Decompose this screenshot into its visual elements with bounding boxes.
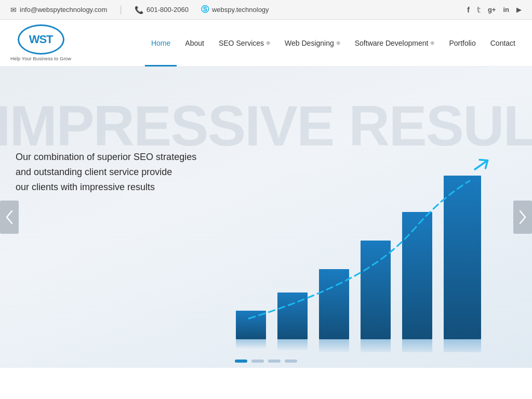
facebook-icon[interactable]: f <box>467 5 470 14</box>
dot-1[interactable] <box>235 360 247 363</box>
phone-number[interactable]: 601-800-2060 <box>147 6 189 14</box>
bar-chart <box>220 144 522 352</box>
email-icon: ✉ <box>10 6 17 14</box>
hero-line1: Our combination of superior SEO strategi… <box>16 150 196 165</box>
nav-about[interactable]: About <box>179 20 210 66</box>
email-address[interactable]: info@webspytechnology.com <box>20 6 107 14</box>
seo-dropdown-arrow: ⊕ <box>266 40 270 46</box>
logo-text: WST <box>29 33 53 46</box>
google-plus-icon[interactable]: g+ <box>488 6 496 14</box>
logo[interactable]: WST Help Your Business to Grow <box>10 24 71 61</box>
svg-rect-4 <box>319 269 349 339</box>
slider-prev-button[interactable] <box>0 201 19 234</box>
email-contact: ✉ info@webspytechnology.com <box>10 6 107 14</box>
svg-rect-11 <box>444 339 481 352</box>
hero-line3: our clients with impressive results <box>16 180 196 195</box>
dot-2[interactable] <box>251 360 264 363</box>
dot-4[interactable] <box>285 360 297 363</box>
nav-home[interactable]: Home <box>145 20 177 66</box>
skype-icon: Ⓢ <box>201 5 209 15</box>
social-links: f 𝕥 g+ in ▶ <box>467 5 522 15</box>
skype-address[interactable]: webspy.technology <box>212 6 269 14</box>
linkedin-icon[interactable]: in <box>503 6 509 14</box>
web-dropdown-arrow: ⊕ <box>336 40 340 46</box>
phone-contact: 📞 601-800-2060 <box>135 6 189 14</box>
dot-3[interactable] <box>268 360 281 363</box>
software-dropdown-arrow: ⊕ <box>430 40 434 46</box>
slider-dots <box>235 360 297 363</box>
nav-seo-services[interactable]: SEO Services⊕ <box>212 20 276 66</box>
phone-icon: 📞 <box>135 6 143 14</box>
svg-rect-10 <box>444 176 481 339</box>
svg-rect-9 <box>402 339 432 352</box>
hero-section: IMPRESSIVE RESULTS Our combination of su… <box>0 66 532 368</box>
svg-rect-5 <box>319 339 349 352</box>
svg-rect-8 <box>402 212 432 339</box>
logo-tagline: Help Your Business to Grow <box>10 56 71 61</box>
hero-content: Our combination of superior SEO strategi… <box>16 150 196 194</box>
slider-next-button[interactable] <box>513 201 532 234</box>
skype-contact: Ⓢ webspy.technology <box>201 5 269 15</box>
nav-software-development[interactable]: Software Development⊕ <box>349 20 441 66</box>
svg-rect-7 <box>361 339 391 352</box>
nav-web-designing[interactable]: Web Designing⊕ <box>278 20 347 66</box>
nav-portfolio[interactable]: Portfolio <box>443 20 482 66</box>
nav-contact[interactable]: Contact <box>484 20 522 66</box>
svg-rect-3 <box>277 339 308 351</box>
hero-line2: and outstanding client service provide <box>16 165 196 180</box>
main-nav: Home About SEO Services⊕ Web Designing⊕ … <box>145 20 522 66</box>
youtube-icon[interactable]: ▶ <box>516 6 522 14</box>
divider: | <box>119 4 122 15</box>
twitter-icon[interactable]: 𝕥 <box>477 5 481 15</box>
header: WST Help Your Business to Grow Home Abou… <box>0 20 532 66</box>
topbar: ✉ info@webspytechnology.com | 📞 601-800-… <box>0 0 532 20</box>
svg-rect-1 <box>236 339 266 349</box>
